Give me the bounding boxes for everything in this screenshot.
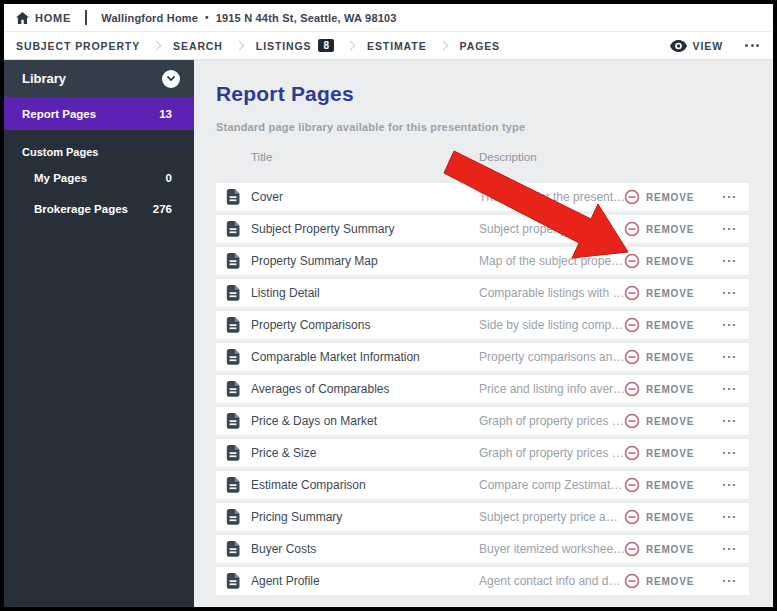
remove-button[interactable]: REMOVE: [624, 509, 694, 525]
page-title-cell: Price & Size: [251, 446, 479, 460]
page-title-cell: Cover: [251, 190, 479, 204]
row-kebab-menu-icon[interactable]: [723, 416, 736, 427]
minus-circle-icon: [624, 509, 640, 525]
page-description-cell: Map of the subject prope…: [479, 254, 624, 268]
remove-button[interactable]: REMOVE: [624, 189, 694, 205]
page-title-cell: Agent Profile: [251, 574, 479, 588]
remove-button[interactable]: REMOVE: [624, 445, 694, 461]
kebab-menu-icon[interactable]: [745, 40, 759, 51]
minus-circle-icon: [624, 413, 640, 429]
document-icon: [226, 445, 240, 461]
document-icon: [226, 381, 240, 397]
chevron-right-icon: [234, 41, 244, 51]
tab-estimate[interactable]: ESTIMATE: [367, 40, 427, 52]
minus-circle-icon: [624, 381, 640, 397]
page-title-cell: Comparable Market Information: [251, 350, 479, 364]
home-label: HOME: [35, 12, 71, 24]
eye-icon: [670, 40, 687, 52]
remove-label: REMOVE: [646, 576, 694, 587]
document-icon: [226, 413, 240, 429]
page-title-cell: Listing Detail: [251, 286, 479, 300]
remove-label: REMOVE: [646, 448, 694, 459]
row-kebab-menu-icon[interactable]: [723, 224, 736, 235]
remove-label: REMOVE: [646, 352, 694, 363]
remove-button[interactable]: REMOVE: [624, 413, 694, 429]
document-icon: [226, 509, 240, 525]
page-description-cell: Buyer itemized workshee…: [479, 542, 624, 556]
row-kebab-menu-icon[interactable]: [723, 320, 736, 331]
top-bar: HOME Wallingford Home • 1915 N 44th St, …: [4, 4, 773, 32]
minus-circle-icon: [624, 573, 640, 589]
minus-circle-icon: [624, 349, 640, 365]
document-icon: [226, 221, 240, 237]
row-kebab-menu-icon[interactable]: [723, 192, 736, 203]
page-description-cell: Graph of property prices …: [479, 446, 624, 460]
row-kebab-menu-icon[interactable]: [723, 288, 736, 299]
minus-circle-icon: [624, 477, 640, 493]
remove-button[interactable]: REMOVE: [624, 541, 694, 557]
listings-count-badge: 8: [318, 39, 334, 52]
page-subtitle: Standard page library available for this…: [216, 121, 749, 133]
tab-search[interactable]: SEARCH: [173, 40, 223, 52]
minus-circle-icon: [624, 189, 640, 205]
page-description-cell: Subject property summ…: [479, 222, 624, 236]
remove-button[interactable]: REMOVE: [624, 317, 694, 333]
view-button[interactable]: VIEW: [670, 40, 723, 52]
page-description-cell: Agent contact info and d…: [479, 574, 624, 588]
document-icon: [226, 317, 240, 333]
main-panel: Report Pages Standard page library avail…: [194, 60, 773, 607]
row-kebab-menu-icon[interactable]: [723, 544, 736, 555]
house-icon: [16, 12, 29, 24]
view-label: VIEW: [693, 40, 723, 52]
sidebar-item-my-pages[interactable]: My Pages 0: [4, 162, 194, 193]
page-title-cell: Subject Property Summary: [251, 222, 479, 236]
page-title-cell: Averages of Comparables: [251, 382, 479, 396]
row-kebab-menu-icon[interactable]: [723, 512, 736, 523]
remove-label: REMOVE: [646, 320, 694, 331]
row-kebab-menu-icon[interactable]: [723, 448, 736, 459]
remove-button[interactable]: REMOVE: [624, 221, 694, 237]
minus-circle-icon: [624, 285, 640, 301]
property-name[interactable]: Wallingford Home: [101, 12, 198, 24]
tab-listings[interactable]: LISTINGS 8: [256, 39, 334, 52]
row-kebab-menu-icon[interactable]: [723, 576, 736, 587]
remove-label: REMOVE: [646, 288, 694, 299]
table-row: Pricing Summary Subject property price a…: [216, 503, 749, 531]
table-row: Price & Size Graph of property prices … …: [216, 439, 749, 467]
remove-label: REMOVE: [646, 384, 694, 395]
table-header: Title Description: [216, 150, 749, 164]
remove-label: REMOVE: [646, 480, 694, 491]
remove-button[interactable]: REMOVE: [624, 477, 694, 493]
pages-table-body: Cover The cover for the present… REMOVE …: [216, 183, 749, 595]
document-icon: [226, 285, 240, 301]
remove-button[interactable]: REMOVE: [624, 285, 694, 301]
remove-label: REMOVE: [646, 544, 694, 555]
sidebar-item-report-pages[interactable]: Report Pages 13: [4, 97, 194, 130]
row-kebab-menu-icon[interactable]: [723, 256, 736, 267]
sidebar-collapse-button[interactable]: [162, 70, 180, 88]
minus-circle-icon: [624, 221, 640, 237]
row-kebab-menu-icon[interactable]: [723, 352, 736, 363]
tab-pages[interactable]: PAGES: [460, 40, 500, 52]
chevron-down-icon: [167, 76, 175, 81]
remove-button[interactable]: REMOVE: [624, 573, 694, 589]
table-row: Averages of Comparables Price and listin…: [216, 375, 749, 403]
row-kebab-menu-icon[interactable]: [723, 480, 736, 491]
row-kebab-menu-icon[interactable]: [723, 384, 736, 395]
remove-label: REMOVE: [646, 224, 694, 235]
table-row: Agent Profile Agent contact info and d… …: [216, 567, 749, 595]
table-row: Property Comparisons Side by side listin…: [216, 311, 749, 339]
remove-button[interactable]: REMOVE: [624, 253, 694, 269]
remove-label: REMOVE: [646, 256, 694, 267]
brokerage-pages-count: 276: [153, 203, 172, 215]
document-icon: [226, 253, 240, 269]
tab-subject-property[interactable]: SUBJECT PROPERTY: [16, 40, 140, 52]
library-header: Library: [4, 60, 194, 97]
remove-button[interactable]: REMOVE: [624, 381, 694, 397]
minus-circle-icon: [624, 445, 640, 461]
document-icon: [226, 349, 240, 365]
column-header-description: Description: [479, 151, 624, 163]
remove-button[interactable]: REMOVE: [624, 349, 694, 365]
home-button[interactable]: HOME: [16, 12, 71, 24]
sidebar-item-brokerage-pages[interactable]: Brokerage Pages 276: [4, 193, 194, 224]
